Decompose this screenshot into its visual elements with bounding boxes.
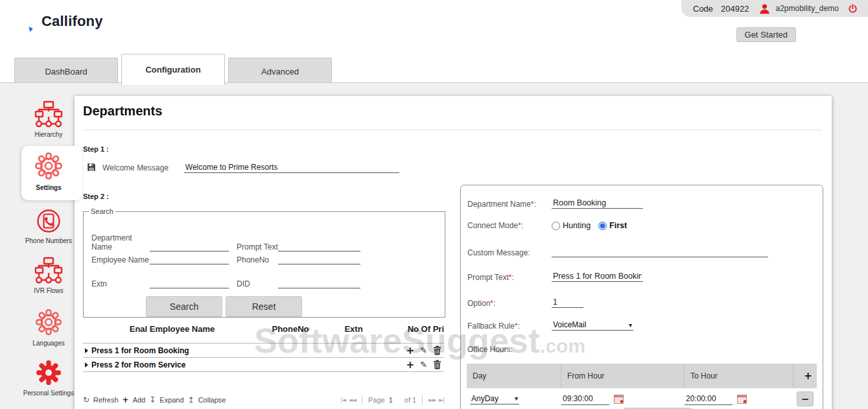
main-tabs: DashBoard Configuration Advanced — [14, 54, 335, 85]
expand-icon[interactable]: ↧ — [149, 395, 156, 404]
table-row[interactable]: Press 2 for Room Service + ✎ — [83, 357, 444, 372]
row-delete-icon[interactable] — [433, 345, 441, 355]
department-name-input[interactable] — [552, 197, 643, 209]
page-number[interactable]: 1 — [389, 396, 393, 404]
search-extn-input[interactable] — [150, 277, 229, 288]
logo-text: Callifony — [41, 13, 103, 30]
step2-label: Step 2 : — [83, 193, 109, 200]
ivr-flows-icon — [34, 257, 63, 284]
row-delete-icon[interactable] — [433, 360, 441, 369]
sidebar-item-settings[interactable]: Settings — [0, 151, 97, 191]
pager-last-icon[interactable]: ►| — [439, 397, 444, 403]
custom-message-input[interactable] — [552, 246, 768, 257]
row-expander-icon[interactable] — [85, 348, 88, 353]
reset-button[interactable]: Reset — [226, 296, 302, 317]
add-button[interactable]: Add — [133, 396, 146, 404]
search-department-name-label: Department Name — [91, 233, 150, 251]
col-extn: Extn — [320, 324, 388, 334]
radio-first[interactable] — [598, 222, 607, 230]
expand-button[interactable]: Expand — [159, 396, 183, 404]
to-hour-input[interactable] — [685, 393, 733, 405]
search-prompt-text-input[interactable] — [278, 240, 360, 251]
tab-configuration[interactable]: Configuration — [121, 54, 225, 85]
fallback-rule-value: VoiceMail — [553, 320, 586, 329]
fallback-rule-select[interactable]: VoiceMail ▾ — [552, 320, 633, 331]
remove-office-hour-button[interactable]: − — [797, 391, 814, 406]
pager-prev-icon[interactable]: ◄◄ — [348, 397, 356, 403]
code-value: 204922 — [721, 4, 749, 14]
fallback-rule-label: Fallback Rule*: — [467, 321, 546, 331]
power-icon[interactable] — [848, 4, 858, 14]
collapse-button[interactable]: Collapse — [198, 396, 226, 404]
sidebar-item-label: Hierarchy — [0, 131, 97, 138]
from-hour-input[interactable] — [561, 393, 609, 405]
search-extn-label: Extn — [91, 279, 150, 288]
row-label: Press 1 for Room Booking — [91, 346, 406, 355]
collapse-icon[interactable]: ↥ — [188, 395, 194, 404]
search-department-name-input[interactable] — [150, 240, 229, 251]
main-panel: Departments Step 1 : Welcome Message Ste… — [75, 96, 832, 409]
hierarchy-icon — [34, 100, 63, 128]
tab-advanced[interactable]: Advanced — [228, 58, 332, 85]
chevron-down-icon: ▾ — [629, 321, 632, 329]
office-hours-table: Day From Hour To Hour + AnyDay ▾ — [467, 364, 817, 409]
pager-divider — [422, 395, 423, 404]
add-icon[interactable]: + — [123, 395, 129, 404]
department-form-panel: Department Name*: Connect Mode*: Hunting… — [460, 185, 823, 409]
tab-dashboard[interactable]: DashBoard — [14, 58, 118, 85]
pager-first-icon[interactable]: |◄ — [340, 397, 346, 403]
title-divider — [83, 130, 822, 130]
option-input[interactable] — [552, 296, 583, 308]
connect-mode-label: Connect Mode*: — [467, 221, 546, 230]
pagination: |◄ ◄◄ Page 1 of 1 ►► ►| — [340, 395, 444, 404]
calendar-icon[interactable] — [737, 395, 747, 404]
search-employee-name-input[interactable] — [150, 253, 229, 264]
search-employee-name-label: Employee Name — [91, 255, 150, 264]
row-add-icon[interactable]: + — [406, 362, 415, 368]
custom-message-label: Custom Message: — [467, 248, 546, 257]
search-did-input[interactable] — [278, 277, 360, 288]
search-phoneno-input[interactable] — [278, 253, 360, 264]
settings-gear-icon — [34, 151, 64, 181]
departments-table: Enal Employee Name PhoneNo Extn No Of Pr… — [83, 324, 444, 372]
radio-hunting[interactable] — [552, 222, 560, 230]
prompt-text-input[interactable] — [552, 270, 643, 282]
get-started-button[interactable]: Get Started — [736, 27, 796, 42]
day-select[interactable]: AnyDay ▾ — [470, 394, 519, 404]
calendar-icon[interactable] — [614, 395, 624, 404]
sidebar-item-languages[interactable]: Languages — [0, 308, 97, 347]
pager-next-icon[interactable]: ►► — [428, 397, 436, 403]
sidebar-item-ivr-flows[interactable]: IVR Flows — [0, 257, 97, 294]
table-toolbar: ↻ Refresh + Add ↧ Expand ↥ Collapse — [83, 395, 226, 404]
office-hours-header: Day From Hour To Hour + — [467, 364, 817, 388]
refresh-button[interactable]: Refresh — [93, 396, 119, 404]
row-edit-icon[interactable]: ✎ — [420, 345, 427, 355]
radio-hunting-label: Hunting — [563, 221, 591, 230]
col-no-of-pri: No Of Pri — [388, 324, 444, 334]
welcome-message-label: Welcome Message — [102, 163, 169, 172]
sidebar-item-label: IVR Flows — [0, 287, 97, 294]
table-row[interactable]: Press 1 for Room Booking + ✎ — [83, 343, 444, 357]
sidebar-item-phone-numbers[interactable]: Phone Numbers — [0, 208, 97, 244]
department-name-label: Department Name*: — [467, 200, 546, 209]
search-phoneno-label: PhoneNo — [237, 255, 278, 264]
col-employee-name: Enal Employee Name — [83, 324, 261, 334]
office-hours-row: AnyDay ▾ − — [467, 388, 817, 409]
sidebar-item-personal-settings[interactable]: Personal Settings — [0, 359, 97, 397]
welcome-message-input[interactable] — [184, 161, 399, 173]
username: a2pmobility_demo — [775, 4, 838, 13]
personal-settings-gear-icon — [35, 359, 62, 386]
add-office-hour-button[interactable]: + — [793, 364, 817, 388]
search-fieldset: Search Department Name Prompt Text Emplo… — [83, 207, 445, 318]
brand-logo[interactable]: Callifony — [14, 10, 103, 32]
pager-divider — [362, 395, 362, 404]
search-button[interactable]: Search — [146, 296, 222, 317]
day-value: AnyDay — [471, 394, 499, 403]
search-did-label: DID — [237, 279, 278, 288]
row-add-icon[interactable]: + — [406, 347, 415, 354]
sidebar-item-hierarchy[interactable]: Hierarchy — [0, 100, 97, 138]
row-edit-icon[interactable]: ✎ — [420, 360, 427, 369]
page-of-label: of 1 — [405, 396, 416, 404]
logo-icon — [14, 10, 36, 32]
refresh-icon[interactable]: ↻ — [83, 395, 89, 404]
